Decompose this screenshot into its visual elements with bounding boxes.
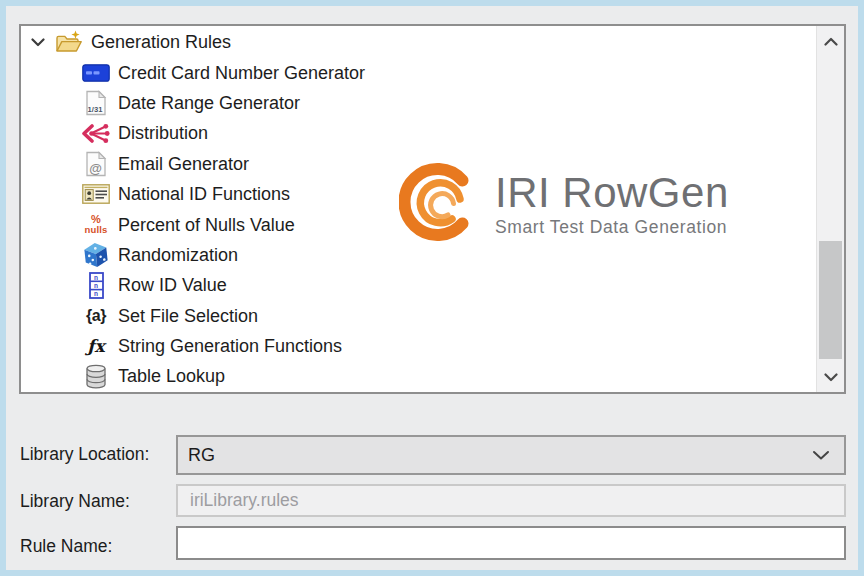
scrollbar-thumb[interactable] (819, 241, 842, 359)
table-lookup-icon (81, 362, 111, 390)
scrollbar-up-button[interactable] (817, 26, 845, 56)
svg-text:@: @ (89, 160, 102, 175)
rules-tree-panel: IRI RowGen Smart Test Data Generation Ge… (19, 24, 846, 394)
tree-item-percent-of-nulls-value[interactable]: % nulls Percent of Nulls Value (21, 209, 814, 239)
tree-item-row-id-value[interactable]: n n n Row ID Value (21, 270, 814, 300)
tree-item-label: Email Generator (118, 150, 249, 178)
tree-item-set-file-selection[interactable]: {a} Set File Selection (21, 301, 814, 331)
scrollbar-down-button[interactable] (817, 362, 845, 392)
chevron-down-icon[interactable] (29, 38, 47, 47)
library-location-dropdown[interactable]: RG (176, 435, 846, 475)
chevron-down-icon (824, 373, 838, 382)
email-icon: @ (81, 150, 111, 178)
svg-text:1/31: 1/31 (88, 104, 104, 113)
tree-item-table-lookup[interactable]: Table Lookup (21, 361, 814, 391)
credit-card-icon (81, 59, 111, 87)
set-file-icon: {a} (81, 302, 111, 330)
tree-item-label: National ID Functions (118, 180, 290, 208)
tree-item-credit-card-number-generator[interactable]: Credit Card Number Generator (21, 57, 814, 87)
svg-text:n: n (94, 282, 98, 289)
tree-item-randomization[interactable]: Randomization (21, 240, 814, 270)
tree-item-label: String Generation Functions (118, 332, 342, 360)
tree-item-label: Randomization (118, 241, 238, 269)
distribution-icon (81, 119, 111, 147)
tree-item-label: Percent of Nulls Value (118, 211, 295, 239)
generation-rules-tree: Generation Rules Credit Card Number Gene… (21, 27, 814, 392)
chevron-down-icon (812, 450, 830, 461)
tree-vertical-scrollbar[interactable] (816, 26, 844, 392)
row-id-icon: n n n (81, 271, 111, 299)
folder-open-icon (54, 28, 84, 56)
tree-item-label: Table Lookup (118, 362, 225, 390)
tree-item-label: Credit Card Number Generator (118, 59, 365, 87)
library-location-value: RG (188, 445, 215, 466)
tree-item-label: Date Range Generator (118, 89, 300, 117)
tree-item-label: Row ID Value (118, 271, 227, 299)
library-location-label: Library Location: (20, 444, 149, 465)
svg-text:n: n (94, 290, 98, 297)
national-id-icon (81, 180, 111, 208)
percent-nulls-icon: % nulls (81, 211, 111, 239)
tree-item-email-generator[interactable]: @ Email Generator (21, 149, 814, 179)
tree-item-string-generation-functions[interactable]: ƒx String Generation Functions (21, 331, 814, 361)
date-range-icon: 1/31 (81, 89, 111, 117)
chevron-up-icon (824, 37, 838, 46)
tree-item-distribution[interactable]: Distribution (21, 118, 814, 148)
rule-name-label: Rule Name: (20, 536, 112, 557)
library-name-label: Library Name: (20, 491, 130, 512)
randomization-icon (81, 241, 111, 269)
tree-item-national-id-functions[interactable]: National ID Functions (21, 179, 814, 209)
fx-function-icon: ƒx (81, 332, 111, 360)
tree-item-label: Generation Rules (91, 28, 231, 56)
rule-name-field[interactable] (176, 526, 846, 560)
library-name-field (176, 484, 846, 517)
tree-item-label: Distribution (118, 119, 208, 147)
tree-item-date-range-generator[interactable]: 1/31 Date Range Generator (21, 88, 814, 118)
tree-item-label: Set File Selection (118, 302, 258, 330)
tree-item-generation-rules[interactable]: Generation Rules (21, 27, 814, 57)
svg-text:n: n (94, 273, 98, 280)
